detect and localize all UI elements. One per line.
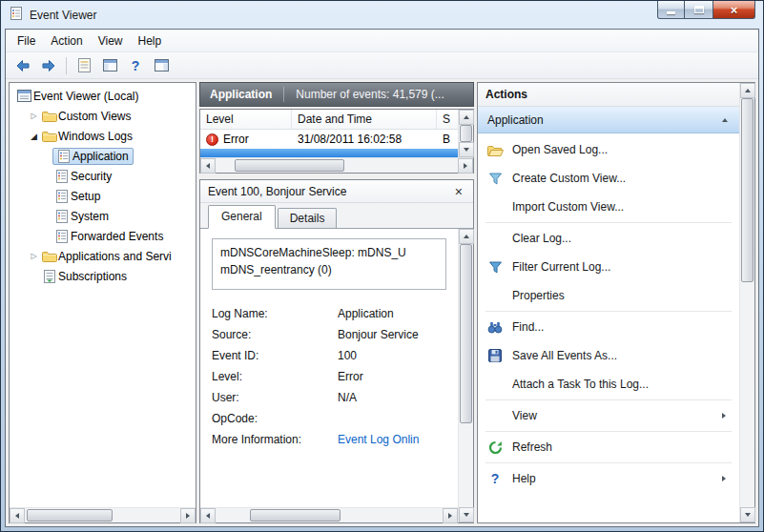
field-source: Source: Bonjour Service <box>212 324 446 345</box>
field-label: Log Name: <box>212 303 338 324</box>
event-description-box[interactable]: mDNSCoreMachineSleep: mDNS_U mDNS_reentr… <box>212 238 446 290</box>
preview-horizontal-scrollbar[interactable] <box>200 507 458 522</box>
scroll-thumb[interactable] <box>27 509 113 522</box>
client-area: File Action View Help ? <box>5 29 759 527</box>
column-header-level[interactable]: Level <box>200 110 292 129</box>
actions-separator <box>485 222 732 223</box>
tree-item-label: Security <box>71 170 112 183</box>
back-button[interactable] <box>11 55 34 76</box>
create-custom-view-icon <box>485 169 505 188</box>
chevron-collapsed-icon[interactable]: ▷ <box>28 112 40 120</box>
action-clear-log[interactable]: Clear Log... <box>478 224 739 253</box>
field-user: User: N/A <box>212 387 446 408</box>
menu-file[interactable]: File <box>10 31 43 51</box>
minimize-button[interactable] <box>657 1 685 19</box>
show-action-pane-button[interactable] <box>150 55 173 76</box>
help-button[interactable]: ? <box>124 55 147 76</box>
scroll-right-button[interactable] <box>180 508 196 523</box>
blank-icon <box>485 197 505 216</box>
action-save-all-events-as[interactable]: Save All Events As... <box>478 341 739 370</box>
actions-vertical-scrollbar[interactable] <box>739 83 754 522</box>
tree-horizontal-scrollbar[interactable] <box>10 507 196 522</box>
maximize-button[interactable] <box>685 1 712 19</box>
scroll-down-button[interactable] <box>459 507 474 522</box>
tab-details[interactable]: Details <box>278 208 338 228</box>
scroll-track[interactable] <box>216 508 443 522</box>
field-more-information: More Information: Event Log Onlin <box>212 429 446 450</box>
scroll-thumb[interactable] <box>460 125 472 142</box>
close-preview-icon[interactable]: × <box>452 185 465 198</box>
scroll-up-button[interactable] <box>459 229 474 244</box>
selected-tree-item[interactable]: Application <box>52 148 134 165</box>
actions-section-application[interactable]: Application <box>478 107 739 133</box>
scroll-track[interactable] <box>25 508 180 522</box>
tree-item-system[interactable]: System <box>10 206 196 226</box>
console-tree-panel: Event Viewer (Local) ▷ Custom Views ◢ <box>9 82 196 523</box>
scroll-left-button[interactable] <box>200 158 216 174</box>
tree-item-application[interactable]: Application <box>10 146 196 166</box>
tree-item-custom-views[interactable]: ▷ Custom Views <box>10 106 196 126</box>
results-header-summary: Number of events: 41,579 (... <box>284 88 444 101</box>
tree-item-forwarded-events[interactable]: Forwarded Events <box>10 226 196 246</box>
tree-item-label: Application <box>72 150 129 163</box>
action-attach-task[interactable]: Attach a Task To this Log... <box>478 370 739 399</box>
event-log-online-help-link[interactable]: Event Log Onlin <box>338 429 419 450</box>
action-create-custom-view[interactable]: Create Custom View... <box>478 164 739 193</box>
tree-item-windows-logs[interactable]: ◢ Windows Logs <box>10 126 196 146</box>
collapse-section-icon[interactable] <box>722 118 728 122</box>
chevron-collapsed-icon[interactable]: ▷ <box>28 252 40 260</box>
scroll-thumb[interactable] <box>235 159 343 172</box>
scroll-right-button[interactable] <box>443 508 458 523</box>
refresh-icon <box>485 438 505 457</box>
action-find[interactable]: Find... <box>478 313 739 341</box>
column-header-date-and-time[interactable]: Date and Time <box>292 110 437 129</box>
scroll-right-button[interactable] <box>458 158 473 174</box>
action-properties[interactable]: Properties <box>478 281 739 310</box>
column-header-source[interactable]: S <box>437 110 458 129</box>
blank-icon <box>485 229 505 248</box>
action-open-saved-log[interactable]: Open Saved Log... <box>478 135 739 164</box>
menu-help[interactable]: Help <box>131 31 170 51</box>
forward-button[interactable] <box>37 55 60 76</box>
action-import-custom-view[interactable]: Import Custom View... <box>478 193 739 221</box>
scroll-left-button[interactable] <box>10 508 25 523</box>
scroll-thumb[interactable] <box>460 244 472 423</box>
tab-general[interactable]: General <box>208 205 276 229</box>
scroll-down-button[interactable] <box>459 142 474 157</box>
scroll-down-button[interactable] <box>740 507 755 522</box>
tree-item-subscriptions[interactable]: Subscriptions <box>10 266 196 286</box>
action-filter-current-log[interactable]: Filter Current Log... <box>478 253 739 281</box>
titlebar[interactable]: Event Viewer × <box>1 1 763 29</box>
preview-vertical-scrollbar[interactable] <box>458 229 473 522</box>
results-header-title: Application <box>200 88 283 101</box>
tree-item-security[interactable]: Security <box>10 166 196 186</box>
scroll-up-button[interactable] <box>740 83 755 98</box>
selected-event-row[interactable] <box>200 149 458 157</box>
scroll-thumb[interactable] <box>741 98 754 282</box>
action-refresh[interactable]: Refresh <box>478 433 739 461</box>
menu-view[interactable]: View <box>91 31 131 51</box>
chevron-expanded-icon[interactable]: ◢ <box>28 132 40 141</box>
events-vertical-scrollbar[interactable] <box>458 110 473 157</box>
tree-item-applications-and-services[interactable]: ▷ Applications and Servi <box>10 246 196 266</box>
scroll-thumb[interactable] <box>250 509 341 522</box>
scroll-track[interactable] <box>459 244 473 507</box>
event-row[interactable]: ! Error 31/08/2011 16:02:58 B <box>200 130 458 149</box>
scroll-up-button[interactable] <box>459 110 474 125</box>
close-button[interactable]: × <box>712 1 755 19</box>
action-help[interactable]: ? Help <box>478 464 739 493</box>
scroll-track[interactable] <box>459 125 473 142</box>
action-view[interactable]: View <box>478 401 739 430</box>
menu-action[interactable]: Action <box>43 31 90 51</box>
events-horizontal-scrollbar[interactable] <box>200 157 473 173</box>
scroll-left-button[interactable] <box>200 508 216 523</box>
tree-item-event-viewer-local[interactable]: Event Viewer (Local) <box>10 86 196 106</box>
field-label: Source: <box>212 324 338 345</box>
field-value: Application <box>338 303 394 324</box>
scroll-track[interactable] <box>216 158 458 173</box>
tree-item-setup[interactable]: Setup <box>10 186 196 206</box>
show-console-tree-button[interactable] <box>98 55 121 76</box>
scroll-track[interactable] <box>740 98 754 507</box>
field-label: Level: <box>212 366 338 387</box>
export-list-button[interactable] <box>72 55 95 76</box>
